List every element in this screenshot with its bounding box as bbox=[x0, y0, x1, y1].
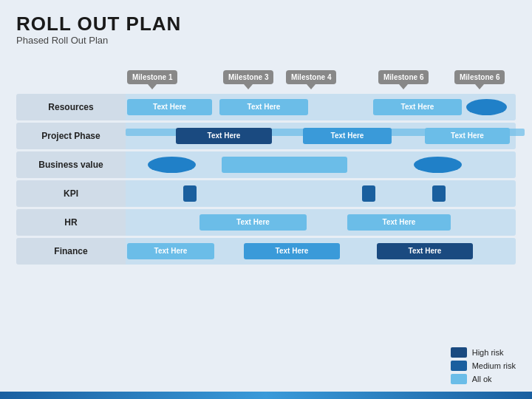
label-hr: HR bbox=[16, 209, 126, 236]
row-kpi: KPI bbox=[16, 180, 516, 207]
milestone-6a: Milestone 6 bbox=[378, 70, 429, 84]
milestones-row: Milestone 1 Milestone 3 Milestone 4 Mile… bbox=[127, 53, 516, 92]
legend-all-ok: All ok bbox=[451, 374, 516, 384]
legend: High risk Medium risk All ok bbox=[451, 347, 516, 384]
legend-medium-risk-box bbox=[451, 361, 467, 371]
phase-bar-1: Text Here bbox=[176, 128, 272, 144]
legend-all-ok-label: All ok bbox=[472, 375, 492, 383]
resources-bar-3: Text Here bbox=[373, 99, 462, 115]
legend-all-ok-box bbox=[451, 374, 467, 384]
legend-medium-risk: Medium risk bbox=[451, 361, 516, 371]
bv-oval-2 bbox=[414, 157, 462, 173]
label-resources: Resources bbox=[16, 94, 126, 120]
kpi-bar-2 bbox=[362, 185, 375, 202]
legend-high-risk-label: High risk bbox=[472, 348, 504, 357]
bottom-stripe bbox=[0, 392, 532, 399]
bv-oval-1 bbox=[148, 157, 196, 173]
label-project-phase: Project Phase bbox=[16, 123, 126, 149]
kpi-bar-1 bbox=[183, 185, 197, 202]
milestone-3: Milestone 3 bbox=[223, 70, 273, 84]
label-finance: Finance bbox=[16, 238, 126, 265]
phase-bar-2: Text Here bbox=[303, 128, 392, 144]
content-project-phase: Text Here Text Here Text Here bbox=[126, 123, 516, 149]
phase-bar-3: Text Here bbox=[425, 128, 510, 144]
finance-bar-3: Text Here bbox=[377, 243, 473, 259]
hr-bar-2: Text Here bbox=[347, 214, 451, 231]
label-kpi: KPI bbox=[16, 180, 126, 207]
subtitle: Phased Roll Out Plan bbox=[16, 35, 516, 46]
finance-bar-2: Text Here bbox=[244, 243, 340, 259]
content-hr: Text Here Text Here bbox=[126, 209, 516, 236]
milestone-4: Milestone 4 bbox=[286, 70, 336, 84]
row-project-phase: Project Phase Text Here Text Here Text H… bbox=[16, 123, 516, 149]
milestone-1: Milestone 1 bbox=[127, 70, 177, 84]
legend-medium-risk-label: Medium risk bbox=[472, 361, 516, 370]
legend-high-risk: High risk bbox=[451, 347, 516, 358]
kpi-bar-3 bbox=[432, 185, 446, 202]
finance-bar-1: Text Here bbox=[127, 243, 214, 259]
title: ROLL OUT PLAN bbox=[16, 13, 516, 35]
page: ROLL OUT PLAN Phased Roll Out Plan Miles… bbox=[0, 0, 532, 399]
row-business-value: Business value bbox=[16, 151, 516, 178]
content-kpi bbox=[126, 180, 516, 207]
bv-bar bbox=[222, 157, 347, 173]
row-finance: Finance Text Here Text Here Text Here bbox=[16, 238, 516, 265]
content-business-value bbox=[126, 151, 516, 178]
label-business-value: Business value bbox=[16, 151, 126, 178]
gantt-table: Resources Text Here Text Here Text Here bbox=[16, 92, 516, 267]
resources-oval bbox=[466, 99, 507, 115]
content-finance: Text Here Text Here Text Here bbox=[126, 238, 516, 265]
resources-bar-2: Text Here bbox=[219, 99, 308, 115]
row-hr: HR Text Here Text Here bbox=[16, 209, 516, 236]
row-resources: Resources Text Here Text Here Text Here bbox=[16, 94, 516, 120]
milestone-6b: Milestone 6 bbox=[454, 70, 505, 84]
legend-high-risk-box bbox=[451, 347, 467, 358]
hr-bar-1: Text Here bbox=[200, 214, 307, 231]
content-resources: Text Here Text Here Text Here bbox=[126, 94, 516, 120]
resources-bar-1: Text Here bbox=[127, 99, 212, 115]
